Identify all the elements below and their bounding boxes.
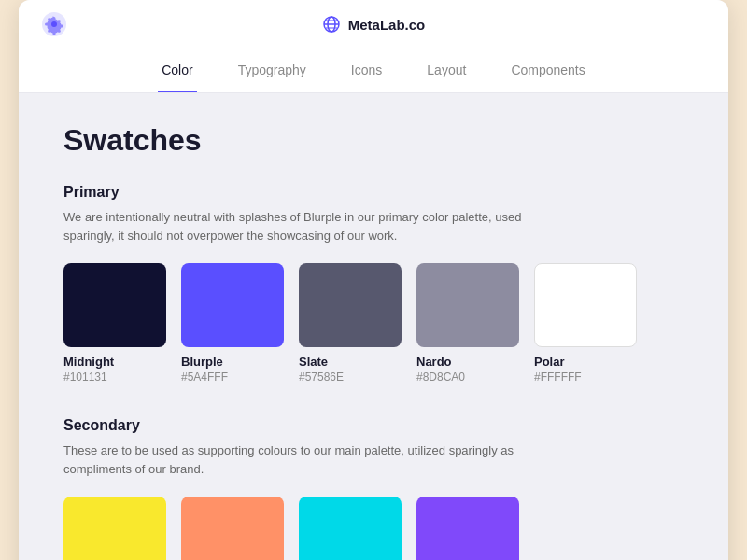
content: Swatches Primary We are intentionally ne… [19,93,728,560]
nav-item-color[interactable]: Color [158,49,196,92]
swatch-slate: Slate #57586E [299,263,402,384]
swatch-slate-hex: #57586E [299,371,402,384]
swatch-salmon: Salmon #FF9167 [181,497,284,560]
brand-name: MetaLab.co [348,17,426,33]
section-secondary: Secondary These are to be used as suppor… [63,417,684,560]
logo-left [41,11,67,37]
secondary-swatches-row: Canary #F9E82D Salmon #FF9167 Teal #00D9… [63,497,684,560]
swatch-nardo-hex: #8D8CA0 [416,371,519,384]
main-window: MetaLab.co Color Typography Icons Layout… [19,0,728,560]
swatch-polar-name: Polar [534,355,637,369]
nav-item-typography[interactable]: Typography [234,49,310,92]
header: MetaLab.co [19,0,728,49]
settings-icon [41,11,67,37]
swatch-nardo: Nardo #8D8CA0 [416,263,519,384]
swatch-blurple: Blurple #5A4FFF [181,263,284,384]
section-primary: Primary We are intentionally neutral wit… [63,184,684,384]
swatch-polar: Polar #FFFFFF [534,263,637,384]
svg-point-1 [51,21,57,27]
swatch-midnight: Midnight #101131 [63,263,166,384]
section-primary-title: Primary [63,184,684,201]
swatch-blurple-name: Blurple [181,355,284,369]
swatch-canary: Canary #F9E82D [63,497,166,560]
nav-item-components[interactable]: Components [507,49,588,92]
swatch-midnight-name: Midnight [63,355,166,369]
section-secondary-desc: These are to be used as supporting colou… [63,441,549,478]
swatch-polar-box [534,263,637,347]
swatch-teal-box [299,497,402,560]
nav-item-layout[interactable]: Layout [423,49,470,92]
swatch-orchid: Orchid #8049FA [416,497,519,560]
swatch-teal: Teal #00D9E8 [299,497,402,560]
swatch-blurple-box [181,263,284,347]
section-primary-desc: We are intentionally neutral with splash… [63,208,549,245]
swatch-midnight-box [63,263,166,347]
swatch-midnight-hex: #101131 [63,371,166,384]
swatch-nardo-name: Nardo [416,355,519,369]
swatch-slate-box [299,263,402,347]
primary-swatches-row: Midnight #101131 Blurple #5A4FFF Slate #… [63,263,684,384]
globe-icon [322,15,341,34]
nav-item-icons[interactable]: Icons [347,49,386,92]
swatch-slate-name: Slate [299,355,402,369]
swatch-salmon-box [181,497,284,560]
page-title: Swatches [63,123,684,158]
swatch-nardo-box [416,263,519,347]
swatch-polar-hex: #FFFFFF [534,371,637,384]
swatch-canary-box [63,497,166,560]
section-secondary-title: Secondary [63,417,684,434]
brand: MetaLab.co [322,15,426,34]
swatch-blurple-hex: #5A4FFF [181,371,284,384]
nav: Color Typography Icons Layout Components [19,49,728,93]
swatch-orchid-box [416,497,519,560]
